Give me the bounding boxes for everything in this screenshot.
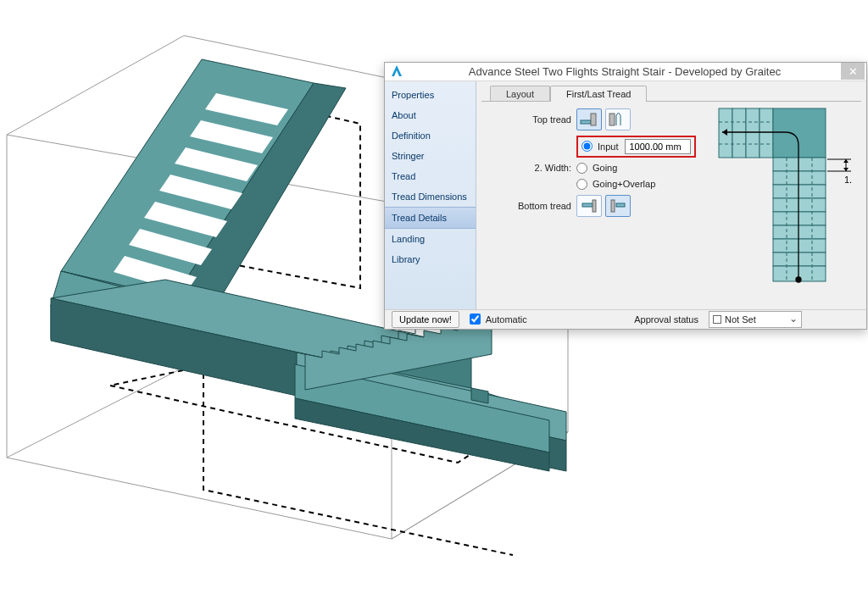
app-icon <box>390 64 403 78</box>
svg-rect-38 <box>746 108 760 158</box>
top-tread-option-1[interactable] <box>576 108 602 130</box>
dialog-footer: Update now! Automatic Approval status No… <box>385 309 866 329</box>
dialog-sidebar: Properties About Definition Stringer Tre… <box>385 81 476 309</box>
radio-going-overlap[interactable]: Going+Overlap <box>576 179 655 190</box>
dialog-main: Layout First/Last Tread Top tread <box>476 81 866 309</box>
automatic-checkbox[interactable]: Automatic <box>466 311 527 327</box>
svg-rect-35 <box>616 203 625 207</box>
approval-status-select[interactable]: Not Set <box>709 311 802 328</box>
svg-rect-28 <box>591 114 596 125</box>
approval-status-label: Approval status <box>634 314 698 325</box>
svg-rect-43 <box>773 185 826 198</box>
radio-going-overlap-label: Going+Overlap <box>593 179 655 189</box>
svg-rect-32 <box>582 203 593 207</box>
sidebar-item-library[interactable]: Library <box>385 249 476 269</box>
svg-rect-41 <box>773 158 826 171</box>
radio-input-label: Input <box>598 142 618 152</box>
svg-point-50 <box>796 277 801 282</box>
svg-rect-42 <box>773 171 826 185</box>
sidebar-item-tread[interactable]: Tread <box>385 166 476 186</box>
dialog-titlebar[interactable]: Advance Steel Two Flights Straight Stair… <box>385 63 866 81</box>
svg-rect-48 <box>773 253 826 266</box>
automatic-label: Automatic <box>486 314 527 325</box>
tab-panel: Top tread Input <box>481 101 861 309</box>
svg-rect-45 <box>773 212 826 225</box>
svg-rect-34 <box>611 200 615 212</box>
width-input-field[interactable] <box>625 139 691 154</box>
svg-rect-29 <box>609 114 615 125</box>
automatic-checkbox-control[interactable] <box>470 314 481 325</box>
dialog-title: Advance Steel Two Flights Straight Stair… <box>409 65 841 78</box>
input-highlight: Input <box>576 136 696 158</box>
bottom-tread-option-1[interactable] <box>576 195 602 217</box>
radio-going[interactable]: Going <box>576 163 617 174</box>
sidebar-item-about[interactable]: About <box>385 105 476 125</box>
sidebar-item-stringer[interactable]: Stringer <box>385 146 476 166</box>
svg-rect-27 <box>581 120 591 124</box>
sidebar-item-properties[interactable]: Properties <box>385 85 476 105</box>
top-tread-option-2[interactable] <box>605 108 631 130</box>
radio-going-overlap-control[interactable] <box>576 179 587 190</box>
svg-rect-44 <box>773 198 826 212</box>
label-width: 2. Width: <box>485 163 576 173</box>
sidebar-item-definition[interactable]: Definition <box>385 125 476 146</box>
radio-input-control[interactable] <box>581 141 593 152</box>
dim-1-label: 1. <box>844 175 852 185</box>
approval-swatch <box>713 315 721 324</box>
sidebar-item-tread-dimensions[interactable]: Tread Dimensions <box>385 186 476 207</box>
svg-rect-46 <box>773 225 826 239</box>
radio-going-control[interactable] <box>576 163 587 174</box>
tab-bar: Layout First/Last Tread <box>490 85 861 101</box>
svg-rect-40 <box>773 108 826 158</box>
dialog-body: Properties About Definition Stringer Tre… <box>385 81 866 309</box>
stair-properties-dialog: Advance Steel Two Flights Straight Stair… <box>384 62 867 330</box>
plan-diagram: 1. <box>717 107 856 293</box>
radio-input[interactable]: Input <box>581 141 618 152</box>
tab-layout[interactable]: Layout <box>490 86 550 102</box>
update-now-button[interactable]: Update now! <box>392 311 459 328</box>
close-button[interactable]: ✕ <box>841 63 865 80</box>
sidebar-item-landing[interactable]: Landing <box>385 229 476 249</box>
label-top-tread: Top tread <box>485 114 576 125</box>
approval-status-value: Not Set <box>725 314 756 325</box>
bottom-tread-option-2[interactable] <box>605 195 631 217</box>
label-bottom-tread: Bottom tread <box>485 201 576 211</box>
radio-going-label: Going <box>593 163 617 173</box>
tab-first-last-tread[interactable]: First/Last Tread <box>550 86 647 102</box>
svg-rect-39 <box>760 108 773 158</box>
svg-rect-47 <box>773 239 826 253</box>
svg-rect-33 <box>593 200 596 212</box>
sidebar-item-tread-details[interactable]: Tread Details <box>385 207 476 229</box>
svg-rect-37 <box>732 108 746 158</box>
